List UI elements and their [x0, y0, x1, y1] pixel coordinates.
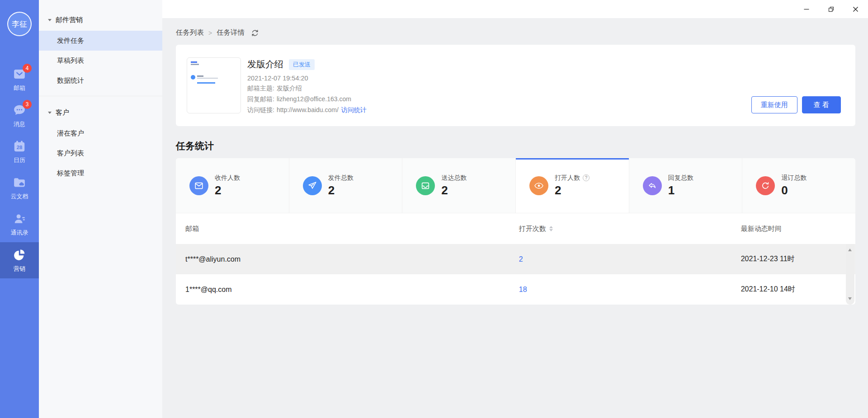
- tab-opened-count[interactable]: 打开人数 ? 2: [516, 158, 629, 213]
- help-icon[interactable]: ?: [583, 174, 590, 181]
- restore-button[interactable]: [823, 2, 839, 16]
- subject-label: 邮箱主题:: [247, 85, 274, 92]
- rail-item-label: 通讯录: [11, 229, 28, 237]
- minimize-button[interactable]: [798, 2, 815, 16]
- app-rail: 李征 4 邮箱 3 消息 28 日历 云文档: [0, 0, 39, 418]
- close-button[interactable]: [847, 2, 863, 16]
- sidebar-item-send-tasks[interactable]: 发件任务: [39, 31, 162, 51]
- vertical-scrollbar[interactable]: [846, 244, 854, 305]
- table-row[interactable]: t****@aliyun.com 2 2021-12-23 11时: [176, 244, 855, 274]
- task-info: 发版介绍 已发送 2021-12-07 19:54:20 邮箱主题:发版介绍 回…: [247, 57, 367, 113]
- breadcrumb-task-list[interactable]: 任务列表: [176, 28, 204, 38]
- stat-value: 2: [328, 183, 354, 197]
- breadcrumb-separator: >: [208, 29, 212, 37]
- inbox-icon: [416, 176, 435, 195]
- column-header-last-activity: 最新动态时间: [741, 225, 846, 233]
- cell-last-activity: 2021-12-10 14时: [741, 285, 846, 294]
- sidebar-group-label: 客户: [56, 108, 69, 117]
- calendar-icon: 28: [13, 140, 26, 153]
- unsubscribe-icon: [756, 176, 775, 195]
- table-body: t****@aliyun.com 2 2021-12-23 11时 1****@…: [176, 244, 855, 305]
- rail-item-label: 邮箱: [14, 84, 25, 92]
- status-badge: 已发送: [289, 59, 315, 70]
- task-title: 发版介绍: [247, 58, 283, 70]
- sidebar: 邮件营销 发件任务 草稿列表 数据统计 客户 潜在客户 客户列表 标签管理: [39, 0, 162, 418]
- reuse-button[interactable]: 重新使用: [751, 96, 797, 113]
- statistics-card: 收件人数 2 发件总数 2: [176, 158, 855, 305]
- stat-value: 0: [781, 183, 807, 197]
- rail-item-label: 营销: [14, 265, 25, 273]
- mail-icon: 4: [13, 67, 26, 81]
- cell-email: 1****@qq.com: [185, 286, 519, 294]
- tab-replies-total[interactable]: 回复总数 1: [629, 158, 743, 213]
- column-header-email: 邮箱: [185, 225, 519, 233]
- stat-label: 回复总数: [668, 174, 693, 182]
- stat-value: 2: [555, 183, 590, 197]
- reply-label: 回复邮箱:: [247, 95, 274, 103]
- breadcrumb-task-detail: 任务详情: [217, 28, 245, 38]
- visit-stats-link[interactable]: 访问统计: [341, 106, 367, 113]
- mail-icon: [189, 176, 208, 195]
- cell-open-count-link[interactable]: 2: [519, 255, 741, 263]
- task-card-buttons: 重新使用 查 看: [751, 96, 841, 113]
- column-header-label: 打开次数: [519, 225, 546, 233]
- tab-sent-total[interactable]: 发件总数 2: [289, 158, 403, 213]
- pie-chart-icon: [13, 248, 26, 262]
- sidebar-item-customer-list[interactable]: 客户列表: [39, 143, 162, 163]
- sidebar-item-data-statistics[interactable]: 数据统计: [39, 70, 162, 90]
- table-row[interactable]: 1****@qq.com 18 2021-12-10 14时: [176, 274, 855, 305]
- rail-item-label: 云文档: [11, 193, 28, 201]
- sidebar-item-draft-list[interactable]: 草稿列表: [39, 51, 162, 70]
- sort-icon[interactable]: [549, 226, 553, 231]
- sort-desc-icon: [549, 229, 553, 231]
- reply-icon: [643, 176, 662, 195]
- scroll-down-icon[interactable]: [848, 297, 852, 300]
- sidebar-group-customers[interactable]: 客户: [39, 102, 162, 123]
- table-header: 邮箱 打开次数 最新动态时间: [176, 213, 855, 244]
- sidebar-item-potential-customers[interactable]: 潜在客户: [39, 123, 162, 143]
- messages-badge: 3: [23, 100, 32, 109]
- stat-tabs: 收件人数 2 发件总数 2: [176, 158, 855, 213]
- tab-unsubscribes-total[interactable]: 退订总数 0: [742, 158, 855, 213]
- task-reply-line: 回复邮箱:lizheng12@office.163.com: [247, 94, 367, 103]
- preview-text-line: [197, 78, 218, 79]
- rail-item-mail[interactable]: 4 邮箱: [0, 61, 39, 98]
- view-button[interactable]: 查 看: [802, 96, 841, 113]
- rail-item-marketing[interactable]: 营销: [0, 242, 39, 278]
- rail-item-cloud-docs[interactable]: 云文档: [0, 170, 39, 206]
- avatar[interactable]: 李征: [7, 12, 32, 36]
- cell-open-count-link[interactable]: 18: [519, 286, 741, 294]
- svg-text:28: 28: [17, 145, 23, 150]
- rail-item-calendar[interactable]: 28 日历: [0, 134, 39, 170]
- breadcrumb: 任务列表 > 任务详情: [176, 28, 855, 38]
- rail-item-messages[interactable]: 3 消息: [0, 98, 39, 134]
- window-titlebar: [162, 0, 868, 18]
- tab-delivered-total[interactable]: 送达总数 2: [402, 158, 516, 213]
- scroll-up-icon[interactable]: [848, 249, 852, 251]
- tab-recipients[interactable]: 收件人数 2: [176, 158, 289, 213]
- eye-icon: [529, 176, 548, 195]
- cloud-folder-icon: [13, 176, 26, 189]
- sidebar-group-email-marketing[interactable]: 邮件营销: [39, 9, 162, 31]
- preview-link-line: [197, 82, 215, 84]
- stat-label: 退订总数: [781, 174, 807, 182]
- task-detail-card: 发版介绍 已发送 2021-12-07 19:54:20 邮箱主题:发版介绍 回…: [176, 45, 855, 126]
- app-rail-menu: 4 邮箱 3 消息 28 日历 云文档: [0, 61, 39, 278]
- rail-item-label: 消息: [14, 120, 25, 128]
- chevron-down-icon: [48, 19, 52, 21]
- task-subject-line: 邮箱主题:发版介绍: [247, 84, 367, 93]
- main-area: 任务列表 > 任务详情 发版介绍: [162, 0, 868, 418]
- rail-item-contacts[interactable]: 通讯录: [0, 206, 39, 242]
- cell-last-activity: 2021-12-23 11时: [741, 254, 846, 264]
- contacts-icon: [13, 212, 26, 225]
- content: 任务列表 > 任务详情 发版介绍: [162, 18, 868, 418]
- task-link-line: 访问链接:http://www.baidu.com/访问统计: [247, 105, 367, 114]
- cell-email: t****@aliyun.com: [185, 255, 519, 263]
- preview-text-line: [197, 75, 203, 77]
- email-preview-thumbnail[interactable]: [187, 57, 241, 113]
- sidebar-item-tag-management[interactable]: 标签管理: [39, 163, 162, 183]
- stat-label: 收件人数: [215, 174, 240, 182]
- column-header-open-count[interactable]: 打开次数: [519, 225, 741, 233]
- refresh-icon[interactable]: [251, 29, 259, 37]
- link-label: 访问链接:: [247, 106, 274, 113]
